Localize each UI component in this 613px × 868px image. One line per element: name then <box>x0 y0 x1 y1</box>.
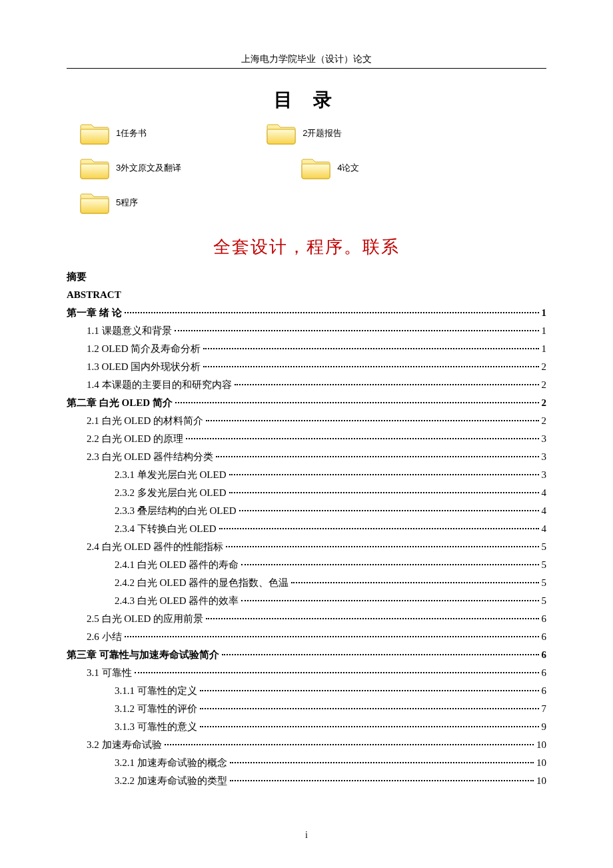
toc-page: 6 <box>540 646 547 664</box>
toc-label: 3.1.1 可靠性的定义 <box>115 682 199 700</box>
toc-entry[interactable]: 2.4 白光 OLED 器件的性能指标5 <box>67 538 546 556</box>
contact-subtitle: 全套设计，程序。联系 <box>67 235 546 259</box>
toc-entry[interactable]: 2.4.1 白光 OLED 器件的寿命5 <box>67 556 546 574</box>
toc-label: 3.2.1 加速寿命试验的概念 <box>115 754 229 772</box>
toc-leader <box>230 780 534 781</box>
toc-label: 2.4 白光 OLED 器件的性能指标 <box>87 538 225 556</box>
toc-label: 1.1 课题意义和背景 <box>87 322 173 340</box>
toc-page: 10 <box>535 754 546 772</box>
toc-leader <box>206 618 539 619</box>
toc-page: 1 <box>540 322 547 340</box>
toc-entry[interactable]: 3.1.2 可靠性的评价7 <box>67 700 546 718</box>
toc-entry[interactable]: 3.2.1 加速寿命试验的概念10 <box>67 754 546 772</box>
toc-label: 第二章 白光 OLED 简介 <box>67 394 174 412</box>
toc-leader <box>175 330 539 331</box>
toc-page: 4 <box>540 502 547 520</box>
toc-label: 3.1.3 可靠性的意义 <box>115 718 199 736</box>
toc-label: 1.3 OLED 国内外现状分析 <box>87 358 202 376</box>
toc-entry[interactable]: 2.4.2 白光 OLED 器件的显色指数、色温5 <box>67 574 546 592</box>
folder-1[interactable]: 1任务书 <box>80 121 147 146</box>
toc-page: 2 <box>540 412 547 430</box>
toc-page: 3 <box>540 430 547 448</box>
toc-label: 2.4.3 白光 OLED 器件的效率 <box>115 592 240 610</box>
toc-leader <box>239 510 539 511</box>
toc-leader <box>200 690 539 691</box>
folder-5[interactable]: 5程序 <box>80 190 138 215</box>
folder-icon <box>80 155 109 181</box>
toc-entry[interactable]: 2.4.3 白光 OLED 器件的效率5 <box>67 592 546 610</box>
toc-page: 1 <box>540 340 547 358</box>
toc-label: 2.2 白光 OLED 的原理 <box>87 430 185 448</box>
toc-entry[interactable]: 第三章 可靠性与加速寿命试验简介6 <box>67 646 546 664</box>
toc-leader <box>200 708 539 709</box>
toc-entry[interactable]: 2.1 白光 OLED 的材料简介2 <box>67 412 546 430</box>
folder-label: 4论文 <box>337 162 359 174</box>
toc-entry[interactable]: 2.3 白光 OLED 器件结构分类3 <box>67 448 546 466</box>
toc-entry[interactable]: 2.3.4 下转换白光 OLED4 <box>67 520 546 538</box>
toc-label: 2.3 白光 OLED 器件结构分类 <box>87 448 215 466</box>
folder-3[interactable]: 3外文原文及翻译 <box>80 155 181 181</box>
toc-entry[interactable]: 1.4 本课题的主要目的和研究内容2 <box>67 376 546 394</box>
toc-label: 1.4 本课题的主要目的和研究内容 <box>87 376 233 394</box>
toc-page: 9 <box>540 718 547 736</box>
toc-leader <box>135 672 539 673</box>
toc-leader <box>226 546 539 547</box>
toc-entry[interactable]: 1.2 OLED 简介及寿命分析1 <box>67 340 546 358</box>
toc-entry[interactable]: 2.3.2 多发光层白光 OLED4 <box>67 484 546 502</box>
toc-leader <box>206 420 539 421</box>
toc-leader <box>203 366 538 367</box>
folder-row: 5程序 <box>80 190 546 215</box>
toc-entry[interactable]: 3.2 加速寿命试验10 <box>67 736 546 754</box>
toc-entry[interactable]: 3.2.2 加速寿命试验的类型10 <box>67 772 546 790</box>
toc-label: 3.2.2 加速寿命试验的类型 <box>115 772 229 790</box>
toc-label: 3.1 可靠性 <box>87 664 133 682</box>
toc-entry[interactable]: 3.1.1 可靠性的定义6 <box>67 682 546 700</box>
toc-label: 3.2 加速寿命试验 <box>87 736 163 754</box>
toc-label: 2.4.1 白光 OLED 器件的寿命 <box>115 556 240 574</box>
toc-entry[interactable]: 1.1 课题意义和背景1 <box>67 322 546 340</box>
folder-icon <box>80 190 109 215</box>
toc-entry[interactable]: 2.6 小结6 <box>67 628 546 646</box>
toc-page: 4 <box>540 484 547 502</box>
toc-page: 5 <box>540 574 547 592</box>
toc-entry[interactable]: ABSTRACT <box>67 286 546 304</box>
running-header: 上海电力学院毕业（设计）论文 <box>67 53 546 69</box>
toc-page: 6 <box>540 628 547 646</box>
toc-entry[interactable]: 2.5 白光 OLED 的应用前景6 <box>67 610 546 628</box>
toc-leader <box>125 312 539 313</box>
toc-leader <box>241 564 538 565</box>
toc-leader <box>222 654 539 655</box>
toc-entry[interactable]: 摘要 <box>67 268 546 286</box>
page-number: i <box>67 830 546 841</box>
toc-label: 2.1 白光 OLED 的材料简介 <box>87 412 205 430</box>
toc-entry[interactable]: 2.3.1 单发光层白光 OLED3 <box>67 466 546 484</box>
toc-leader <box>203 348 538 349</box>
toc-entry[interactable]: 2.3.3 叠层结构的白光 OLED4 <box>67 502 546 520</box>
toc-leader <box>219 528 539 529</box>
folder-grid: 1任务书2开题报告3外文原文及翻译4论文5程序 <box>67 121 546 215</box>
toc-entry[interactable]: 3.1.3 可靠性的意义9 <box>67 718 546 736</box>
toc-entry[interactable]: 3.1 可靠性6 <box>67 664 546 682</box>
toc-leader <box>230 762 534 763</box>
folder-icon <box>80 121 109 146</box>
toc-label: 2.3.1 单发光层白光 OLED <box>115 466 228 484</box>
toc-page: 2 <box>540 376 547 394</box>
folder-label: 1任务书 <box>116 127 147 139</box>
toc-entry[interactable]: 1.3 OLED 国内外现状分析2 <box>67 358 546 376</box>
folder-icon <box>301 155 330 181</box>
toc-entry[interactable]: 第二章 白光 OLED 简介2 <box>67 394 546 412</box>
toc-label: 第一章 绪 论 <box>67 304 123 322</box>
toc-leader <box>165 744 534 745</box>
folder-2[interactable]: 2开题报告 <box>267 121 342 146</box>
folder-4[interactable]: 4论文 <box>301 155 359 181</box>
toc-leader <box>241 600 538 601</box>
folder-row: 3外文原文及翻译4论文 <box>80 155 546 181</box>
toc-page: 2 <box>540 358 547 376</box>
toc-entry[interactable]: 2.2 白光 OLED 的原理3 <box>67 430 546 448</box>
toc-label: 第三章 可靠性与加速寿命试验简介 <box>67 646 221 664</box>
toc-page: 5 <box>540 538 547 556</box>
toc-page: 5 <box>540 592 547 610</box>
toc-entry[interactable]: 第一章 绪 论1 <box>67 304 546 322</box>
toc-label: 2.4.2 白光 OLED 器件的显色指数、色温 <box>115 574 290 592</box>
toc-page: 6 <box>540 610 547 628</box>
